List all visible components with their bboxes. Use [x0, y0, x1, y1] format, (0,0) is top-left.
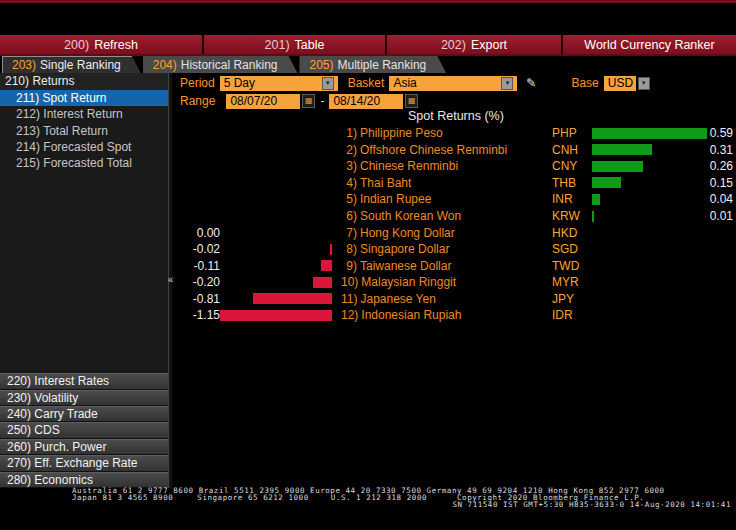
currency-row-cnh[interactable]: 2)Offshore Chinese RenminbiCNH0.31	[174, 142, 736, 159]
positive-bar-track	[592, 128, 708, 139]
currency-row-idr[interactable]: -1.1512)Indonesian RupiahIDR	[174, 307, 736, 324]
sidebar-item-forecasted-total[interactable]: 215) Forecasted Total	[0, 155, 168, 171]
sidebar-item-forecasted-spot[interactable]: 214) Forecasted Spot	[0, 139, 168, 155]
currency-row-jpy[interactable]: -0.8111)Japanese YenJPY	[174, 290, 736, 307]
sidebar-item-interest-return[interactable]: 212) Interest Return	[0, 106, 168, 122]
basket-value: Asia	[393, 76, 416, 90]
status-segment: Singapore 65 6212 1000	[197, 495, 308, 502]
edit-pencil-icon[interactable]: ✎	[523, 76, 539, 91]
tab-bar: 203)Single Ranking204)Historical Ranking…	[0, 56, 736, 73]
currency-row-inr[interactable]: 5)Indian RupeeINR0.04	[174, 191, 736, 208]
tab-historical-ranking[interactable]: 204)Historical Ranking	[143, 56, 298, 73]
rank-number: 10)	[341, 275, 358, 289]
positive-value: 0.15	[708, 176, 736, 190]
sidebar-item-purch-power[interactable]: 260) Purch. Power	[0, 439, 168, 455]
sidebar-item-eff-exchange-rate[interactable]: 270) Eff. Exchange Rate	[0, 455, 168, 471]
base-dropdown[interactable]: USD	[604, 76, 636, 91]
currency-ticker: CNY	[552, 159, 592, 173]
calendar-icon[interactable]: ▦	[405, 94, 418, 108]
tab-multiple-ranking[interactable]: 205)Multiple Ranking	[299, 56, 446, 73]
range-end-input[interactable]: 08/14/20	[329, 94, 403, 109]
currency-name: Thai Baht	[360, 176, 411, 190]
period-value: 5 Day	[224, 76, 255, 90]
currency-ticker: HKD	[552, 226, 592, 240]
sidebar-item-returns[interactable]: 210) Returns	[0, 73, 168, 90]
positive-bar-track	[592, 227, 708, 238]
chevron-down-icon[interactable]: ▼	[638, 77, 650, 90]
chevron-down-icon[interactable]: ▼	[501, 77, 513, 90]
toolbar-button-refresh[interactable]: 200)Refresh	[0, 35, 204, 54]
status-bar: Australia 61 2 9777 8600 Brazil 5511 239…	[0, 488, 736, 510]
calendar-icon[interactable]: ▦	[302, 94, 315, 108]
currency-label: 7)Hong Kong Dollar	[332, 226, 552, 240]
positive-value: 0.31	[708, 143, 736, 157]
currency-label: 8)Singapore Dollar	[332, 242, 552, 256]
negative-bar-track	[220, 293, 332, 304]
tab-single-ranking[interactable]: 203)Single Ranking	[2, 56, 141, 73]
sidebar-item-cds[interactable]: 250) CDS	[0, 422, 168, 438]
toolbar: 200)Refresh201)Table202)Export World Cur…	[0, 35, 736, 54]
currency-label: 5)Indian Rupee	[332, 192, 552, 206]
currency-row-twd[interactable]: -0.119)Taiwanese DollarTWD	[174, 257, 736, 274]
chevron-down-icon[interactable]: ▼	[322, 77, 334, 90]
negative-bar-track	[220, 144, 332, 155]
negative-bar-track	[220, 194, 332, 205]
sidebar-item-interest-rates[interactable]: 220) Interest Rates	[0, 373, 168, 389]
sidebar-bottom-group: 220) Interest Rates230) Volatility240) C…	[0, 373, 168, 488]
currency-name: Japanese Yen	[360, 292, 435, 306]
currency-row-php[interactable]: 1)Philippine PesoPHP0.59	[174, 125, 736, 142]
negative-value: 0.00	[174, 226, 220, 240]
status-line-3: SN 711540 IST GMT+5:30 H835-3633-0 14-Au…	[0, 502, 736, 509]
negative-value: -0.02	[174, 242, 220, 256]
currency-ticker: PHP	[552, 126, 592, 140]
sidebar-item-volatility[interactable]: 230) Volatility	[0, 390, 168, 406]
positive-bar-track	[592, 293, 708, 304]
period-label: Period	[180, 76, 215, 90]
tab-label: Single Ranking	[40, 58, 121, 72]
toolbar-button-export[interactable]: 202)Export	[387, 35, 563, 54]
negative-bar-track	[220, 277, 332, 288]
sidebar-item-carry-trade[interactable]: 240) Carry Trade	[0, 406, 168, 422]
positive-bar	[592, 128, 707, 139]
currency-row-sgd[interactable]: -0.028)Singapore DollarSGD	[174, 241, 736, 258]
sidebar-item-spot-return[interactable]: 211) Spot Return	[0, 90, 168, 106]
currency-label: 9)Taiwanese Dollar	[332, 259, 552, 273]
currency-row-cny[interactable]: 3)Chinese RenminbiCNY0.26	[174, 158, 736, 175]
negative-bar-track	[220, 177, 332, 188]
positive-bar-track	[592, 177, 708, 188]
negative-bar	[321, 260, 332, 271]
page-title-label: World Currency Ranker	[584, 38, 714, 52]
spot-returns-chart: Spot Returns (%) 1)Philippine PesoPHP0.5…	[174, 108, 736, 324]
positive-bar-track	[592, 260, 708, 271]
period-dropdown[interactable]: 5 Day ▼	[220, 76, 338, 91]
positive-bar-track	[592, 194, 708, 205]
currency-row-thb[interactable]: 4)Thai BahtTHB0.15	[174, 175, 736, 192]
currency-name: Hong Kong Dollar	[360, 226, 455, 240]
positive-bar	[592, 211, 594, 222]
sidebar-item-total-return[interactable]: 213) Total Return	[0, 123, 168, 139]
positive-bar-track	[592, 161, 708, 172]
negative-bar-track	[220, 244, 332, 255]
button-label: Table	[295, 38, 325, 52]
range-label: Range	[180, 94, 215, 108]
currency-name: Taiwanese Dollar	[360, 259, 451, 273]
status-segment: U.S. 1 212 318 2000	[331, 495, 427, 502]
rank-number: 7)	[341, 226, 357, 240]
toolbar-button-table[interactable]: 201)Table	[204, 35, 387, 54]
positive-bar-track	[592, 211, 708, 222]
currency-ticker: INR	[552, 192, 592, 206]
currency-label: 12)Indonesian Rupiah	[332, 308, 552, 322]
currency-row-krw[interactable]: 6)South Korean WonKRW0.01	[174, 208, 736, 225]
range-start-input[interactable]: 08/07/20	[226, 94, 300, 109]
currency-name: Offshore Chinese Renminbi	[360, 143, 507, 157]
positive-bar	[592, 194, 600, 205]
tab-label: Multiple Ranking	[338, 58, 427, 72]
negative-bar-track	[220, 260, 332, 271]
basket-dropdown[interactable]: Asia ▼	[389, 76, 517, 91]
shortcut-number: 205)	[309, 58, 333, 72]
page-title: World Currency Ranker	[563, 35, 736, 54]
currency-row-hkd[interactable]: 0.007)Hong Kong DollarHKD	[174, 224, 736, 241]
rank-number: 6)	[341, 209, 357, 223]
button-label: Export	[471, 38, 507, 52]
currency-row-myr[interactable]: -0.2010)Malaysian RinggitMYR	[174, 274, 736, 291]
